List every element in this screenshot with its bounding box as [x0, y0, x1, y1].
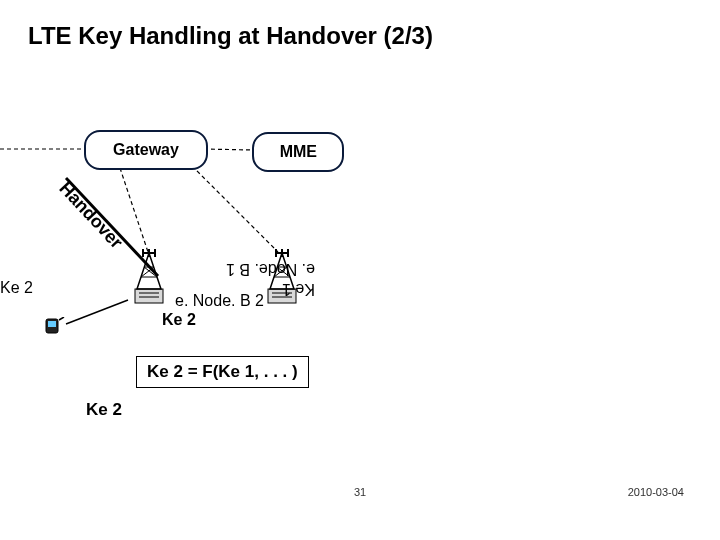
page-title: LTE Key Handling at Handover (2/3) [28, 22, 433, 50]
ke1-label: Ke 1 [282, 280, 315, 298]
svg-rect-31 [48, 321, 56, 327]
gateway-node: Gateway [84, 130, 208, 170]
svg-line-3 [192, 166, 278, 252]
mme-node: MME [252, 132, 344, 172]
svg-line-4 [66, 300, 128, 324]
ke2-left-label: Ke 2 [0, 279, 33, 297]
key-derivation-formula: Ke 2 = F(Ke 1, . . . ) [136, 356, 309, 388]
handover-label: Handover [55, 178, 127, 253]
svg-line-1 [204, 149, 252, 150]
enodeb1-label: e. Node. B 1 [226, 260, 315, 278]
footer-date: 2010-03-04 [628, 486, 684, 498]
ue-phone-icon [45, 317, 65, 335]
mme-label: MME [279, 143, 316, 161]
ke2-below-label: Ke 2 [162, 311, 196, 329]
svg-line-32 [59, 317, 64, 320]
slide: LTE Key Handling at Handover (2/3) Gatew… [0, 0, 720, 540]
gateway-label: Gateway [113, 141, 179, 159]
page-number: 31 [0, 486, 720, 498]
enodeb2-label: e. Node. B 2 [175, 292, 264, 310]
svg-rect-6 [135, 289, 163, 303]
ke2-lower-label: Ke 2 [86, 400, 122, 420]
connection-lines [0, 0, 720, 540]
enodeb2-tower-icon [129, 247, 169, 307]
